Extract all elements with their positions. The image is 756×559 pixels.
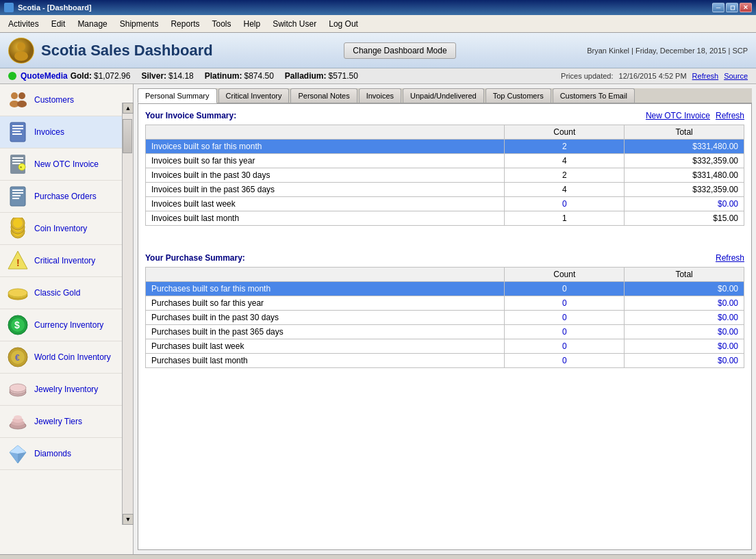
minimize-button[interactable]: ─ <box>712 3 724 12</box>
purchase-row-total: $0.00 <box>625 296 744 311</box>
source-link[interactable]: Source <box>724 72 748 80</box>
invoice-summary-table: Count Total Invoices built so far this m… <box>145 125 744 226</box>
prices-right: Prices updated: 12/16/2015 4:52 PM Refre… <box>561 72 748 80</box>
svg-marker-48 <box>10 445 26 454</box>
purchase-row-count: 0 <box>505 354 625 368</box>
invoice-row-count: 2 <box>505 168 625 183</box>
purchase-summary-title: Your Purchase Summary: <box>145 253 245 263</box>
menu-shipments[interactable]: Shipments <box>114 17 164 31</box>
purchase-refresh-link[interactable]: Refresh <box>716 253 744 263</box>
svg-rect-14 <box>12 160 23 161</box>
invoice-row-count: 1 <box>505 211 625 226</box>
app-logo <box>8 38 34 64</box>
sidebar-label-diamonds: Diamonds <box>34 449 71 458</box>
invoice-row-label: Invoices built last week <box>146 197 505 211</box>
sidebar-label-customers: Customers <box>34 95 74 105</box>
tab-personal-notes[interactable]: Personal Notes <box>290 88 357 103</box>
price-status-dot <box>8 72 16 80</box>
purchase-summary-table: Count Total Purchases built so far this … <box>145 267 744 368</box>
svg-point-5 <box>18 92 25 99</box>
purchase-row-count: 0 <box>505 282 625 296</box>
invoice-row-total: $0.00 <box>625 197 744 211</box>
menu-edit[interactable]: Edit <box>46 17 71 31</box>
purchase-row-total: $0.00 <box>625 311 744 325</box>
scrollbar-down-button[interactable]: ▼ <box>123 514 134 525</box>
invoice-row-label: Invoices built so far this year <box>146 154 505 168</box>
svg-text:€: € <box>15 353 20 363</box>
purchase-row-label: Purchases built so far this year <box>146 296 505 311</box>
sidebar-item-invoices[interactable]: Invoices <box>0 116 133 148</box>
sidebar-label-critical-inventory: Critical Inventory <box>34 256 95 265</box>
svg-point-3 <box>11 92 18 99</box>
sidebar-label-invoices: Invoices <box>34 127 64 137</box>
purchase-row-count: 0 <box>505 325 625 339</box>
sidebar-scroll[interactable]: Customers Invoices <box>0 84 133 554</box>
invoice-row-label: Invoices built in the past 365 days <box>146 183 505 197</box>
classic-gold-icon <box>7 282 29 304</box>
invoice-refresh-link[interactable]: Refresh <box>716 111 744 120</box>
invoice-summary-title: Your Invoice Summary: <box>145 111 236 120</box>
svg-rect-8 <box>12 125 23 127</box>
diamonds-icon <box>7 443 29 465</box>
svg-point-1 <box>17 42 25 51</box>
svg-point-42 <box>10 384 26 392</box>
silver-label: Silver: <box>141 71 166 81</box>
invoice-row-count: 0 <box>505 197 625 211</box>
title-bar: Scotia - [Dashboard] ─ ◻ ✕ <box>0 0 756 15</box>
scrollbar-up-button[interactable]: ▲ <box>123 103 134 114</box>
purchase-row-label: Purchases built in the past 30 days <box>146 311 505 325</box>
tab-top-customers[interactable]: Top Customers <box>486 88 551 103</box>
invoice-row-count: 4 <box>505 183 625 197</box>
svg-point-6 <box>17 101 27 107</box>
refresh-prices-link[interactable]: Refresh <box>692 72 719 80</box>
sidebar-item-jewelry-inventory[interactable]: Jewelry Inventory <box>0 374 133 406</box>
sidebar-item-customers[interactable]: Customers <box>0 84 133 116</box>
scrollbar-thumb[interactable] <box>123 119 132 153</box>
sidebar: Customers Invoices <box>0 84 134 554</box>
coin-inventory-icon <box>7 218 29 239</box>
menu-switch-user[interactable]: Switch User <box>267 17 322 31</box>
platinum-label: Platinum: <box>205 71 242 81</box>
gold-label: Gold: <box>71 71 92 81</box>
purchase-row-total: $0.00 <box>625 354 744 368</box>
sidebar-item-diamonds[interactable]: Diamonds <box>0 438 133 470</box>
tab-critical-inventory[interactable]: Critical Inventory <box>218 88 290 103</box>
purchase-row-count: 0 <box>505 311 625 325</box>
sidebar-item-currency-inventory[interactable]: $ Currency Inventory <box>0 309 133 341</box>
tab-invoices[interactable]: Invoices <box>359 88 401 103</box>
purchase-row-total: $0.00 <box>625 282 744 296</box>
svg-rect-22 <box>12 198 19 199</box>
menu-tools[interactable]: Tools <box>206 17 236 31</box>
sidebar-item-critical-inventory[interactable]: ! Critical Inventory <box>0 245 133 277</box>
sidebar-item-jewelry-tiers[interactable]: Jewelry Tiers <box>0 406 133 438</box>
sidebar-item-coin-inventory[interactable]: Coin Inventory <box>0 213 133 245</box>
change-dashboard-button[interactable]: Change Dashboard Mode <box>344 42 455 59</box>
sidebar-item-purchase-orders[interactable]: Purchase Orders <box>0 181 133 213</box>
sidebar-item-classic-gold[interactable]: Classic Gold <box>0 277 133 309</box>
sidebar-item-world-coin-inventory[interactable]: € World Coin Inventory <box>0 341 133 374</box>
close-button[interactable]: ✕ <box>740 3 752 12</box>
new-otc-invoice-link[interactable]: New OTC Invoice <box>646 111 710 120</box>
menu-activites[interactable]: Activites <box>3 17 45 31</box>
invoice-row-total: $15.00 <box>625 211 744 226</box>
purchase-row-label: Purchases built so far this month <box>146 282 505 296</box>
tab-unpaid-undelivered[interactable]: Unpaid/Undelivered <box>403 88 484 103</box>
prices-updated-value: 12/16/2015 4:52 PM <box>619 72 687 80</box>
menu-reports[interactable]: Reports <box>165 17 205 31</box>
gold-value: $1,072.96 <box>94 71 130 81</box>
purchase-col-description <box>146 268 505 282</box>
tab-personal-summary[interactable]: Personal Summary <box>138 88 217 103</box>
restore-button[interactable]: ◻ <box>726 3 738 12</box>
menu-log-out[interactable]: Log Out <box>323 17 364 31</box>
currency-inventory-icon: $ <box>7 314 29 336</box>
purchase-row-label: Purchases built last week <box>146 339 505 354</box>
user-info: Bryan Kinkel | Friday, December 18, 2015… <box>587 47 748 55</box>
sidebar-scrollbar[interactable]: ▲ ▼ <box>122 103 133 525</box>
invoices-icon <box>7 121 29 143</box>
svg-point-46 <box>14 415 22 419</box>
sidebar-item-new-otc-invoice[interactable]: * New OTC Invoice <box>0 148 133 181</box>
tab-customers-to-email[interactable]: Customers To Email <box>553 88 635 103</box>
menu-help[interactable]: Help <box>238 17 266 31</box>
jewelry-tiers-icon <box>7 411 29 432</box>
menu-manage[interactable]: Manage <box>72 17 112 31</box>
